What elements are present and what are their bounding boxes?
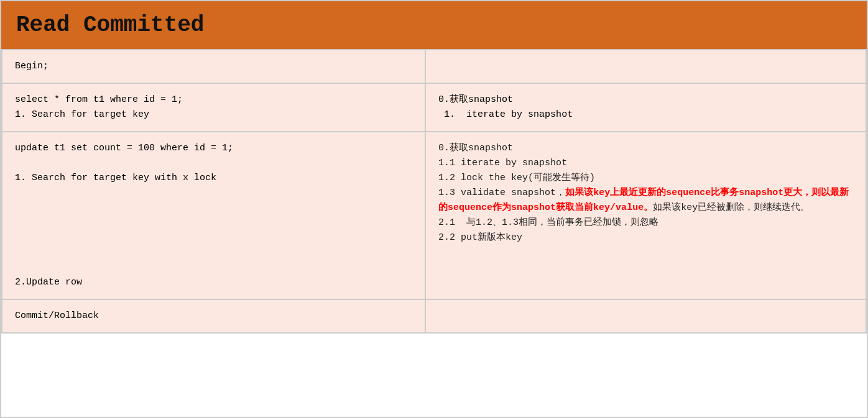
cell-select-right: 0.获取snapshot 1. iterate by snapshot — [425, 83, 866, 132]
select-right-text: 0.获取snapshot 1. iterate by snapshot — [438, 94, 573, 120]
update-statement: update t1 set count = 100 where id = 1;1… — [15, 143, 233, 288]
page-header: Read Committed — [1, 1, 867, 49]
page-title: Read Committed — [16, 12, 852, 38]
table-row: Commit/Rollback — [2, 299, 866, 333]
cell-commit-right — [425, 299, 866, 333]
cell-commit-left: Commit/Rollback — [2, 299, 425, 333]
table-row: select * from t1 where id = 1;1. Search … — [2, 83, 866, 132]
cell-begin-left: Begin; — [2, 50, 425, 83]
table-row: update t1 set count = 100 where id = 1;1… — [2, 132, 866, 299]
cell-select-left: select * from t1 where id = 1;1. Search … — [2, 83, 425, 132]
cell-update-right: 0.获取snapshot1.1 iterate by snapshot1.2 l… — [425, 132, 866, 299]
begin-text: Begin; — [15, 61, 48, 71]
page-wrapper: Read Committed Begin; select * from t1 w… — [0, 0, 868, 418]
cell-begin-right — [425, 50, 866, 83]
content-table: Begin; select * from t1 where id = 1;1. … — [1, 49, 867, 334]
commit-text: Commit/Rollback — [15, 311, 99, 321]
select-statement: select * from t1 where id = 1;1. Search … — [15, 94, 183, 120]
table-row: Begin; — [2, 50, 866, 83]
cell-update-left: update t1 set count = 100 where id = 1;1… — [2, 132, 425, 299]
